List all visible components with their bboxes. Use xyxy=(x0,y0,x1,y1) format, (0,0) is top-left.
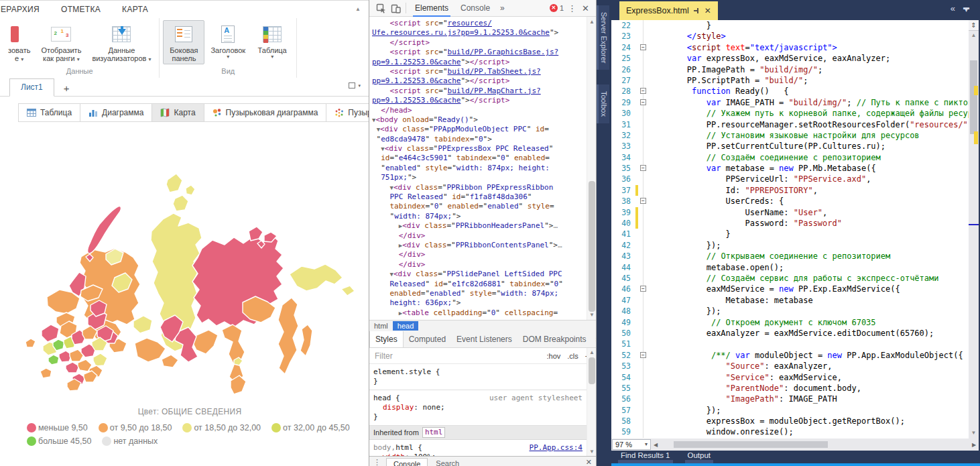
code-line[interactable]: 52− /**/ var moduleObject = new PP.App.E… xyxy=(611,350,969,361)
toolbox-tab[interactable]: Toolbox xyxy=(597,84,609,123)
dom-tree-line[interactable]: <script src="build/PP.MapChart.js? xyxy=(372,86,587,96)
code-editor[interactable]: 22 }23 </style>24− <script text="text/ja… xyxy=(611,20,969,439)
devtools-menu-icon[interactable]: ⋮ xyxy=(564,3,580,13)
dom-tree-line[interactable]: 751px;"> xyxy=(372,173,587,182)
dom-tree-line[interactable]: tabindex="0" enabled="enabled" style= xyxy=(372,202,587,211)
code-line[interactable]: 39 UserName: "User", xyxy=(611,207,969,218)
devtools-tab-elements[interactable]: Elements xyxy=(409,0,454,17)
code-line[interactable]: 36 PPServiceUrl: "PPService.axd", xyxy=(611,174,969,184)
code-line[interactable]: 43 // Открываем соединение с репозиторие… xyxy=(611,251,969,261)
sheet-tab[interactable]: Лист1 xyxy=(9,78,54,97)
style-rule-element[interactable]: element.style { } xyxy=(369,364,587,390)
code-line[interactable]: 57 }); xyxy=(611,405,969,416)
code-line[interactable]: 56 "ImagePath": IMAGE_PATH xyxy=(611,394,969,404)
more-tabs-icon[interactable]: » xyxy=(496,3,509,13)
dom-tree-line[interactable]: </div> xyxy=(372,260,587,270)
dom-tree-line[interactable]: ▼<div class="PPRibbon PPExpressRibbon xyxy=(372,183,587,192)
dom-tree-line[interactable]: ▼<div class="PPExpressBox PPC Released" xyxy=(372,144,587,154)
more-style-tabs-icon[interactable]: » xyxy=(591,331,596,347)
hover-state-toggle[interactable]: :hov xyxy=(547,352,561,360)
code-line[interactable]: 47 Metabase: metabase xyxy=(611,295,969,306)
visualizer-data-button[interactable]: Данные визуализаторов ▾ xyxy=(87,20,156,64)
class-toggle[interactable]: .cls xyxy=(567,352,578,360)
scroll-down-icon[interactable]: ▼ xyxy=(587,449,597,455)
code-line[interactable]: 34 // Создаём соединение с репозиторием xyxy=(611,152,969,163)
fold-icon[interactable]: − xyxy=(640,44,646,50)
find-results-tab[interactable]: Find Results 1 xyxy=(618,451,673,463)
dom-tree-line[interactable]: "enabled" style="width: 874px; height: xyxy=(372,164,587,173)
breadcrumb-head[interactable]: head xyxy=(393,321,418,331)
fold-icon[interactable]: − xyxy=(640,198,646,204)
code-line[interactable]: 50 eaxAnalyzer = eaxMdService.editDocume… xyxy=(611,328,969,339)
code-line[interactable]: 29− var IMAGE_PATH = "build/img/"; // Пу… xyxy=(611,97,969,108)
devtools-close-icon[interactable]: ✕ xyxy=(580,3,592,13)
code-line[interactable]: 27 PP.ScriptPath = "build/"; xyxy=(611,75,969,86)
dom-tree-line[interactable]: ▶<table cellpadding="0" cellspacing= xyxy=(372,308,587,318)
device-toolbar-icon[interactable] xyxy=(388,1,403,15)
code-line[interactable]: 32 // Установим языковые настройки для р… xyxy=(611,130,969,141)
code-line[interactable]: 54 "Service": eaxMdService, xyxy=(611,372,969,383)
dom-tree-line[interactable]: <script src="build/PP.GraphicsBase.js? xyxy=(372,48,587,57)
collapse-panel-icon[interactable]: « xyxy=(951,3,955,13)
dom-tree-line[interactable]: id="e464c3c5901" tabindex="0" enabled= xyxy=(372,154,587,163)
colorize-button[interactable]: зовать е ▾ xyxy=(3,20,35,64)
window-layout-button[interactable]: ▾ xyxy=(349,82,361,89)
inspect-element-icon[interactable] xyxy=(373,1,388,15)
editor-scrollbar[interactable]: ⇕ ▲ ▼ xyxy=(969,20,979,439)
dom-tree-line[interactable]: ▶<div class="PPRibbonHeadersPanel">… xyxy=(372,221,587,231)
fold-icon[interactable]: − xyxy=(640,99,646,105)
code-line[interactable]: 25 var expressBox, eaxMdService, eaxAnal… xyxy=(611,53,969,64)
breadcrumb-html[interactable]: html xyxy=(369,321,393,331)
code-line[interactable]: 33 PP.setCurrentCulture(PP.Cultures.ru); xyxy=(611,141,969,152)
code-line[interactable]: 28− function Ready() { xyxy=(611,86,969,97)
tab-bubble-tree[interactable]: Пузырьковое де xyxy=(326,103,369,122)
tab-map[interactable]: Карта xyxy=(151,103,204,122)
code-line[interactable]: 42 }); xyxy=(611,240,969,251)
code-line[interactable]: 46− eaxMdService = new PP.Exp.EaxMdServi… xyxy=(611,284,969,294)
scroll-down-icon[interactable]: ▼ xyxy=(969,430,979,436)
dom-tree-line[interactable]: height: 636px;"> xyxy=(372,298,587,308)
tab-table[interactable]: Таблица xyxy=(18,103,80,122)
dom-tree[interactable]: <script src="resources/Ufe.resources.ru.… xyxy=(369,17,587,320)
filter-input[interactable]: Filter xyxy=(375,351,393,361)
code-line[interactable]: 37 Id: "PPREPOSITORY", xyxy=(611,185,969,196)
dom-tree-line[interactable]: pp=9.1.25253.0&cache"></script> xyxy=(372,96,587,105)
dom-tree-line[interactable]: ▶<div class="PPRibbonContentsPanel">… xyxy=(372,241,587,250)
ribbon-tab-mark[interactable]: ОТМЕТКА xyxy=(61,5,101,14)
scroll-down-icon[interactable]: ▼ xyxy=(587,312,597,318)
scrollbar-thumb[interactable] xyxy=(674,441,828,448)
error-badge[interactable]: ✕ 1 xyxy=(550,4,564,12)
ribbon-tab-map[interactable]: КАРТА xyxy=(122,5,148,14)
dom-tree-line[interactable]: pp=9.1.25253.0&cache"></script> xyxy=(372,76,587,86)
scroll-up-icon[interactable]: ▲ xyxy=(587,19,597,25)
style-rule-body-html[interactable]: body, html { PP.App.css:4 width: 100%; xyxy=(369,440,587,456)
tab-dom-breakpoints[interactable]: DOM Breakpoints xyxy=(517,331,592,347)
add-sheet-button[interactable]: + xyxy=(64,84,70,93)
tab-event-listeners[interactable]: Event Listeners xyxy=(451,331,517,347)
ribbon-collapse-icon[interactable]: ▲ xyxy=(355,6,361,12)
output-tab[interactable]: Output xyxy=(685,451,714,463)
code-line[interactable]: 48 }); xyxy=(611,306,969,316)
document-tab[interactable]: ExpressBox.html ✕ xyxy=(619,1,718,20)
side-panel-button[interactable]: Боковая панель xyxy=(163,20,204,64)
code-line[interactable]: 23 </style> xyxy=(611,31,969,42)
split-editor-grip[interactable]: ⇕ xyxy=(969,20,979,31)
dom-tree-line[interactable]: <script src="build/PP.TabSheet.js? xyxy=(372,67,587,76)
pin-icon[interactable] xyxy=(694,7,700,14)
dom-tree-line[interactable]: Released" id="e1fc82d6881" tabindex="0" xyxy=(372,280,587,289)
dom-tree-scrollbar[interactable]: ▲ ▼ xyxy=(587,17,596,320)
scrollbar-thumb[interactable] xyxy=(589,181,595,312)
drawer-menu-icon[interactable]: ⋮ xyxy=(373,458,381,466)
dom-tree-line[interactable]: "width: 874px;"> xyxy=(372,212,587,221)
dom-tree-line[interactable]: pp=9.1.25253.0&cache"></script> xyxy=(372,58,587,67)
code-line[interactable]: 38− UserCreds: { xyxy=(611,196,969,207)
dom-tree-line[interactable]: </head> xyxy=(372,106,587,115)
code-line[interactable]: 24− <script text="text/javascript"> xyxy=(611,42,969,53)
dom-tree-line[interactable]: ▼<body onload="Ready()"> xyxy=(372,115,587,125)
code-line[interactable]: 22 } xyxy=(611,20,969,31)
scrollbar-thumb[interactable] xyxy=(589,357,595,384)
tab-chart[interactable]: Диаграмма xyxy=(80,103,152,122)
dom-tree-line[interactable]: <script src="resources/ xyxy=(372,19,587,28)
dom-tree-line[interactable]: </div> xyxy=(372,231,587,241)
style-rule-head[interactable]: head {user agent stylesheet display: non… xyxy=(369,390,587,426)
